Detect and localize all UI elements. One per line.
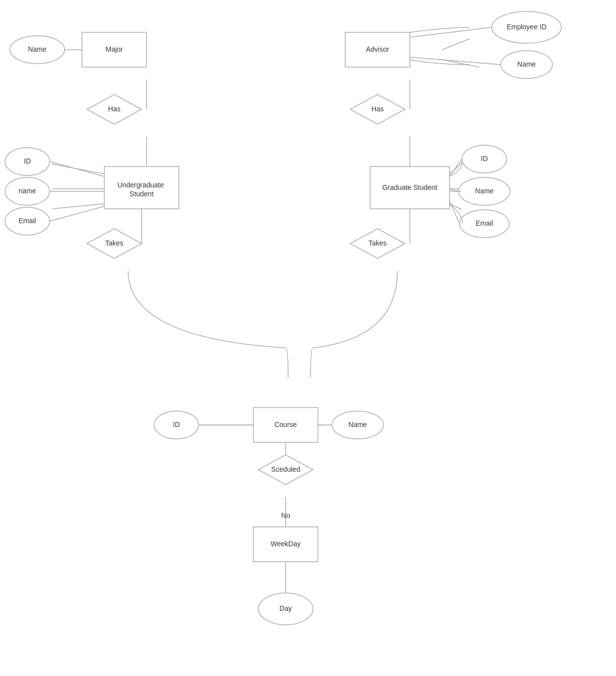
- attribute-advisor-name-label: Name: [517, 60, 536, 68]
- attribute-ug-id-label: ID: [24, 157, 31, 165]
- entity-graduate-label: Graduate Student: [383, 183, 438, 191]
- attribute-ug-name-label: name: [18, 187, 36, 195]
- attribute-course-id-label: ID: [173, 421, 180, 428]
- connector: [128, 271, 288, 378]
- entity-advisor-label: Advisor: [366, 45, 389, 53]
- attribute-grad-email-label: Email: [475, 219, 493, 227]
- er-diagram: Major Undergraduate Student Advisor Grad…: [0, 0, 616, 676]
- connector: [310, 271, 397, 378]
- entity-weekday-label: WeekDay: [271, 540, 301, 548]
- attribute-course-name-label: Name: [348, 421, 367, 428]
- connector: [52, 204, 104, 209]
- attribute-major-name-label: Name: [28, 45, 47, 53]
- conn-advisor-empid: [410, 27, 492, 37]
- relationship-has-advisor-label: Has: [372, 105, 384, 113]
- connector-advisor-empid: [410, 27, 469, 32]
- attribute-ug-email-label: Email: [18, 217, 36, 225]
- attribute-grad-id-label: ID: [481, 155, 488, 163]
- entity-course-label: Course: [274, 421, 297, 428]
- conn-ug-id: [50, 162, 104, 176]
- entity-major-label: Major: [105, 45, 123, 53]
- connector-advisor-name: [410, 60, 469, 65]
- conn-advisor-name: [410, 57, 501, 65]
- relationship-takes-grad-label: Takes: [369, 239, 387, 247]
- relationship-has-major-label: Has: [108, 105, 121, 113]
- attribute-advisor-empid-label: Employee ID: [507, 23, 546, 31]
- relationship-scheduled-label: Sceduled: [271, 465, 300, 473]
- connector: [442, 39, 469, 50]
- relationship-takes-ug-label: Takes: [105, 239, 124, 247]
- connector: [442, 60, 479, 67]
- attribute-grad-name-label: Name: [475, 187, 494, 195]
- attribute-day-label: Day: [280, 604, 292, 612]
- label-no: No: [281, 511, 290, 519]
